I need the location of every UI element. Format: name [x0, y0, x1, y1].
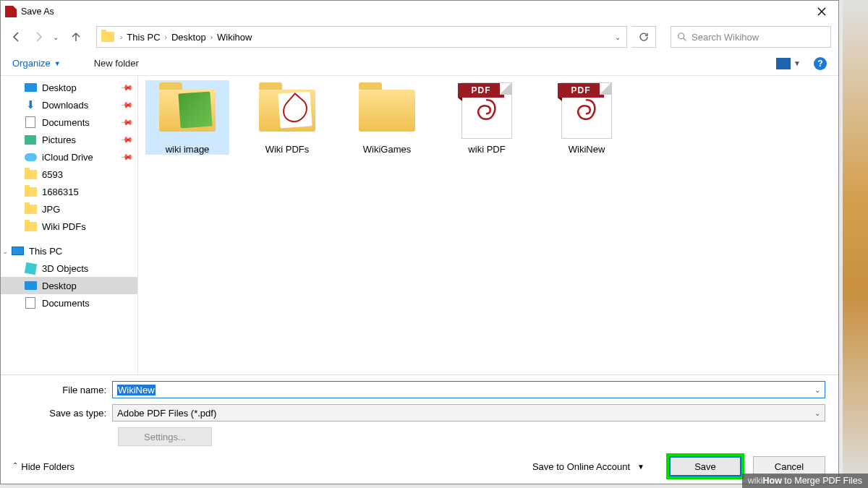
sidebar-item-3dobjects[interactable]: 3D Objects: [1, 260, 137, 277]
help-button[interactable]: ?: [814, 57, 827, 70]
filename-field[interactable]: WikiNew⌄: [112, 381, 825, 398]
document-icon: [25, 297, 35, 309]
dialog-body: Desktop📌 ⬇Downloads📌 Documents📌 Pictures…: [1, 76, 838, 374]
chevron-down-icon: ▼: [637, 463, 644, 471]
chevron-right-icon: ›: [163, 33, 169, 41]
chevron-up-icon: ˆ: [14, 461, 17, 472]
sidebar-item-desktop-pc[interactable]: Desktop: [1, 277, 137, 294]
filename-value: WikiNew: [117, 385, 156, 395]
search-icon: [677, 32, 687, 42]
document-icon: [25, 116, 35, 128]
pdf-file-icon: PDF: [561, 82, 612, 139]
folder-icon: [101, 32, 114, 42]
organize-menu[interactable]: Organize▼: [12, 58, 61, 69]
watermark: wikiHow to Merge PDF Files: [742, 474, 868, 488]
bottom-panel: File name: WikiNew⌄ Save as type: Adobe …: [1, 374, 838, 449]
3d-icon: [24, 262, 36, 274]
list-item[interactable]: PDF WikiNew: [545, 80, 629, 155]
chevron-down-icon[interactable]: ⌄: [814, 386, 820, 394]
item-label: wiki image: [166, 144, 210, 155]
view-mode-dropdown[interactable]: ▼: [793, 59, 801, 67]
pin-icon: 📌: [119, 80, 133, 94]
address-bar[interactable]: › This PC › Desktop › Wikihow ⌄: [96, 26, 627, 48]
pc-icon: [12, 247, 24, 255]
folder-icon: [259, 90, 315, 132]
save-button[interactable]: Save: [669, 456, 741, 476]
save-highlight: Save: [666, 453, 744, 479]
sidebar-item-jpg[interactable]: JPG: [1, 200, 137, 218]
list-item[interactable]: PDF wiki PDF: [445, 80, 529, 155]
up-button[interactable]: [67, 28, 85, 46]
chevron-right-icon: ⌄: [1, 247, 9, 255]
file-list[interactable]: wiki image Wiki PDFs WikiGames PDF wiki …: [138, 76, 838, 374]
nav-row: ⌄ › This PC › Desktop › Wikihow ⌄: [1, 22, 838, 51]
view-mode-button[interactable]: [776, 58, 791, 69]
folder-icon: [359, 90, 415, 132]
new-folder-button[interactable]: New folder: [94, 58, 139, 69]
pin-icon: 📌: [119, 98, 133, 111]
titlebar: Save As: [1, 1, 838, 22]
hide-folders-button[interactable]: ˆHide Folders: [14, 461, 75, 472]
list-item[interactable]: Wiki PDFs: [245, 80, 329, 155]
close-button[interactable]: [805, 1, 838, 22]
chevron-right-icon: ›: [209, 33, 214, 41]
chevron-down-icon[interactable]: ⌄: [814, 409, 820, 417]
sidebar[interactable]: Desktop📌 ⬇Downloads📌 Documents📌 Pictures…: [1, 76, 138, 374]
pictures-icon: [25, 135, 36, 145]
pin-icon: 📌: [119, 150, 133, 163]
forward-button[interactable]: [30, 28, 47, 46]
sidebar-item-documents-pc[interactable]: Documents: [1, 294, 137, 312]
item-label: Wiki PDFs: [265, 144, 310, 155]
toolbar: Organize▼ New folder ▼ ?: [1, 51, 838, 76]
filename-label: File name:: [14, 385, 112, 395]
folder-icon: [25, 170, 37, 179]
sidebar-item-icloud[interactable]: iCloud Drive📌: [1, 148, 137, 166]
refresh-button[interactable]: [631, 26, 656, 48]
sidebar-item-downloads[interactable]: ⬇Downloads📌: [1, 96, 137, 114]
save-as-dialog: Save As ⌄ › This PC › Desktop › Wikihow …: [0, 0, 839, 484]
pin-icon: 📌: [119, 115, 133, 129]
chevron-right-icon: ›: [119, 33, 124, 41]
pdf-app-icon: [5, 6, 17, 17]
folder-icon: [25, 187, 37, 197]
address-dropdown-icon[interactable]: ⌄: [615, 33, 621, 41]
pdf-file-icon: PDF: [461, 82, 512, 139]
download-icon: ⬇: [24, 99, 37, 111]
footer: ˆHide Folders Save to Online Account▼ Sa…: [1, 449, 838, 484]
folder-icon: [25, 205, 37, 214]
window-title: Save As: [21, 7, 805, 17]
close-icon: [817, 7, 826, 16]
settings-button[interactable]: Settings...: [118, 427, 212, 446]
search-input[interactable]: [692, 32, 825, 43]
list-item[interactable]: wiki image: [145, 80, 229, 155]
breadcrumb-wikihow[interactable]: Wikihow: [214, 32, 255, 43]
savetype-field[interactable]: Adobe PDF Files (*.pdf)⌄: [112, 404, 825, 421]
item-label: wiki PDF: [468, 144, 505, 155]
folder-icon: [25, 222, 37, 231]
pin-icon: 📌: [119, 132, 133, 146]
sidebar-item-1686315[interactable]: 1686315: [1, 183, 137, 200]
desktop-icon: [25, 281, 37, 290]
back-button[interactable]: [8, 28, 25, 46]
item-label: WikiGames: [363, 144, 411, 155]
svg-point-0: [678, 33, 684, 39]
sidebar-item-pictures[interactable]: Pictures📌: [1, 131, 137, 148]
folder-icon: [159, 90, 216, 132]
sidebar-item-wikipdfs[interactable]: Wiki PDFs: [1, 218, 137, 235]
sidebar-item-thispc[interactable]: ⌄This PC: [1, 242, 137, 260]
cloud-icon: [25, 153, 37, 161]
item-label: WikiNew: [569, 144, 605, 155]
sidebar-item-documents[interactable]: Documents📌: [1, 114, 137, 131]
savetype-label: Save as type:: [14, 408, 112, 419]
sidebar-item-6593[interactable]: 6593: [1, 166, 137, 183]
search-box[interactable]: [671, 26, 831, 48]
list-item[interactable]: WikiGames: [345, 80, 429, 155]
save-online-dropdown[interactable]: Save to Online Account▼: [532, 461, 644, 472]
desktop-icon: [25, 83, 37, 92]
background-image: [843, 0, 868, 488]
savetype-value: Adobe PDF Files (*.pdf): [117, 408, 216, 419]
breadcrumb-desktop[interactable]: Desktop: [169, 32, 209, 43]
breadcrumb-thispc[interactable]: This PC: [124, 32, 163, 43]
sidebar-item-desktop[interactable]: Desktop📌: [1, 79, 137, 96]
history-dropdown[interactable]: ⌄: [51, 33, 60, 41]
